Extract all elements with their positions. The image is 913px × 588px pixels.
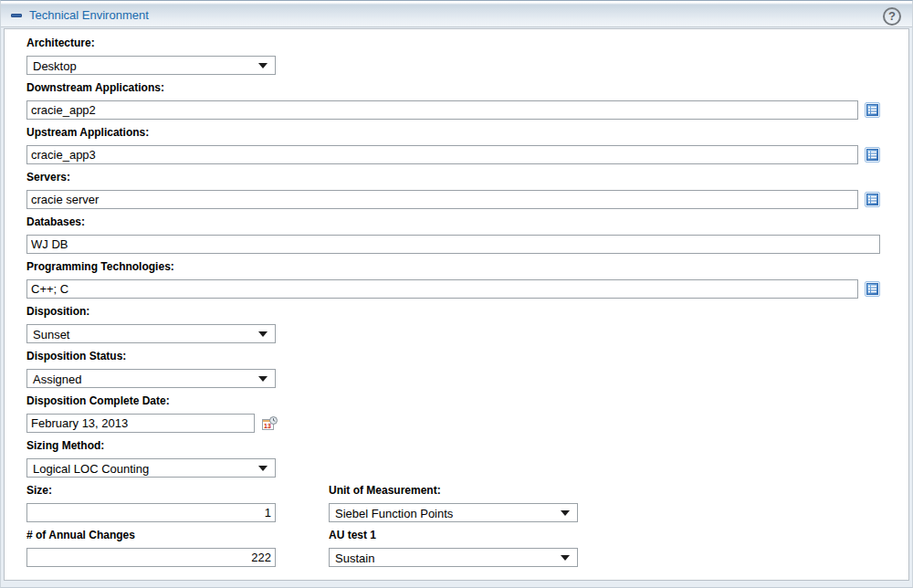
disposition-complete-date-label: Disposition Complete Date: (26, 395, 908, 407)
field-programming-technologies: Programming Technologies: (26, 261, 908, 299)
sizing-method-label: Sizing Method: (26, 440, 908, 452)
value-help-list-icon[interactable] (865, 102, 880, 118)
servers-input[interactable] (26, 190, 858, 209)
field-servers: Servers: (26, 172, 908, 209)
collapse-minus-icon[interactable] (11, 14, 23, 19)
field-sizing-method: Sizing Method: Logical LOC Counting (26, 440, 908, 478)
sizing-method-value: Logical LOC Counting (33, 462, 149, 476)
architecture-select[interactable]: Desktop (26, 56, 276, 75)
disposition-label: Disposition: (26, 306, 908, 318)
field-upstream-applications: Upstream Applications: (26, 127, 908, 164)
disposition-status-select[interactable]: Assigned (26, 369, 276, 388)
disposition-value: Sunset (33, 328, 69, 341)
disposition-status-label: Disposition Status: (26, 351, 908, 362)
value-help-list-icon[interactable] (865, 281, 880, 297)
databases-input[interactable] (26, 235, 880, 254)
servers-label: Servers: (26, 172, 908, 184)
disposition-status-value: Assigned (33, 373, 81, 386)
sizing-method-select[interactable]: Logical LOC Counting (26, 458, 276, 478)
technical-environment-section: Technical Environment ? Architecture: De… (0, 0, 913, 588)
downstream-applications-label: Downstream Applications: (26, 82, 908, 94)
field-databases: Databases: (26, 216, 908, 254)
svg-text:13: 13 (264, 423, 271, 429)
field-architecture: Architecture: Desktop (26, 37, 908, 75)
unit-of-measurement-select[interactable]: Siebel Function Points (329, 503, 578, 522)
downstream-applications-input[interactable] (26, 100, 858, 120)
form-panel: Architecture: Desktop Downstream Applica… (4, 28, 909, 581)
chevron-down-icon (258, 376, 268, 382)
calendar-clock-icon[interactable]: 13 (261, 415, 278, 432)
unit-of-measurement-label: Unit of Measurement: (329, 485, 578, 497)
field-disposition-complete-date: Disposition Complete Date: 13 (26, 395, 908, 433)
disposition-select[interactable]: Sunset (26, 324, 276, 343)
architecture-value: Desktop (33, 59, 77, 73)
field-disposition: Disposition: Sunset (26, 306, 908, 343)
help-icon[interactable]: ? (883, 7, 901, 26)
databases-label: Databases: (26, 216, 908, 228)
row-size-unit: Size: Unit of Measurement: Siebel Functi… (26, 485, 908, 522)
section-header[interactable]: Technical Environment ? (1, 1, 912, 27)
field-downstream-applications: Downstream Applications: (26, 82, 908, 120)
chevron-down-icon (561, 510, 570, 516)
minus-icon (11, 14, 22, 17)
size-input[interactable] (26, 503, 276, 522)
field-annual-changes: # of Annual Changes (26, 530, 329, 567)
section-title: Technical Environment (29, 8, 149, 22)
au-test-1-select[interactable]: Sustain (329, 548, 578, 567)
unit-of-measurement-value: Siebel Function Points (335, 507, 453, 520)
chevron-down-icon (258, 466, 268, 471)
chevron-down-icon (258, 331, 268, 337)
upstream-applications-label: Upstream Applications: (26, 127, 908, 139)
architecture-label: Architecture: (26, 37, 908, 49)
programming-technologies-input[interactable] (26, 279, 858, 299)
programming-technologies-label: Programming Technologies: (26, 261, 908, 273)
value-help-list-icon[interactable] (865, 147, 880, 163)
disposition-complete-date-input[interactable] (26, 414, 255, 433)
au-test-1-value: Sustain (335, 551, 374, 565)
field-au-test-1: AU test 1 Sustain (329, 530, 578, 567)
annual-changes-input[interactable] (26, 548, 276, 567)
chevron-down-icon (258, 63, 268, 68)
upstream-applications-input[interactable] (26, 145, 858, 164)
field-unit-of-measurement: Unit of Measurement: Siebel Function Poi… (329, 485, 578, 522)
row-annual-changes-au-test: # of Annual Changes AU test 1 Sustain (26, 530, 908, 567)
au-test-1-label: AU test 1 (329, 530, 578, 541)
value-help-list-icon[interactable] (865, 192, 880, 207)
field-disposition-status: Disposition Status: Assigned (26, 351, 908, 388)
field-size: Size: (26, 485, 329, 522)
size-label: Size: (26, 485, 329, 497)
annual-changes-label: # of Annual Changes (26, 530, 329, 541)
chevron-down-icon (561, 555, 570, 561)
